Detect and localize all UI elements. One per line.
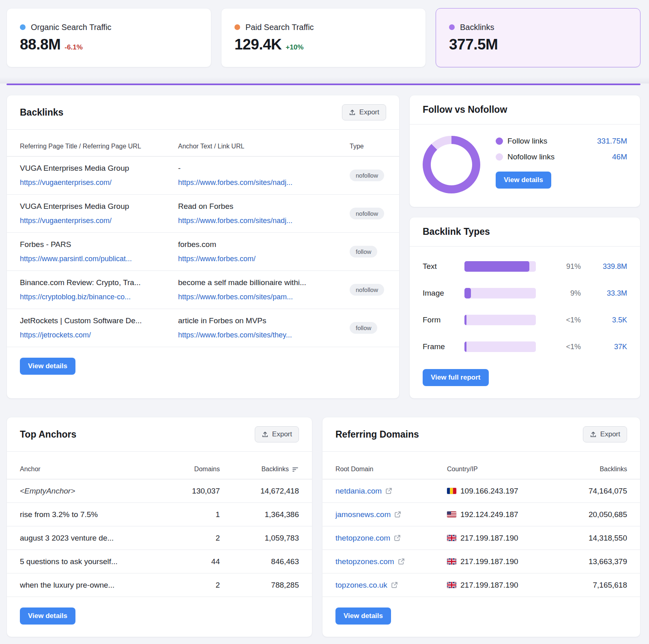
type-label: Text bbox=[423, 262, 464, 271]
top-anchors-export-button[interactable]: Export bbox=[255, 426, 299, 442]
type-value-link[interactable]: 3.5K bbox=[582, 316, 627, 324]
link-url-link[interactable]: https://www.forbes.com/sites/pam... bbox=[178, 293, 350, 301]
follow-vs-nofollow-card: Follow vs Nofollow Follow links 331.75M … bbox=[409, 95, 640, 207]
top-anchors-table-header: Anchor Domains Backlinks bbox=[7, 452, 312, 479]
ip-address: 217.199.187.190 bbox=[460, 557, 518, 566]
flag-gb-icon bbox=[447, 582, 456, 588]
root-domain-link[interactable]: topzones.co.uk bbox=[335, 581, 447, 590]
link-type-badge: nofollow bbox=[350, 208, 384, 219]
table-row: thetopzones.com 217.199.187.190 13,663,3… bbox=[322, 550, 640, 573]
link-url-link[interactable]: https://www.forbes.com/sites/nadj... bbox=[178, 217, 350, 225]
anchor-text: - bbox=[178, 164, 350, 173]
backlinks-count: 13,663,379 bbox=[561, 557, 627, 566]
referring-page-url-link[interactable]: https://cryptoblog.biz/binance-co... bbox=[20, 293, 178, 301]
link-type-badge: nofollow bbox=[350, 284, 384, 296]
type-percent: 91% bbox=[536, 262, 582, 271]
referring-page-url-link[interactable]: https://www.parsintl.com/publicat... bbox=[20, 255, 178, 263]
table-row: Forbes - PARShttps://www.parsintl.com/pu… bbox=[7, 233, 399, 271]
backlinks-count: 1,059,783 bbox=[220, 534, 299, 543]
backlink-type-row-image: Image 9% 33.3M bbox=[423, 280, 627, 307]
top-anchors-card: Top Anchors Export Anchor Domains Backli… bbox=[6, 417, 312, 637]
link-url-link[interactable]: https://www.forbes.com/sites/nadj... bbox=[178, 178, 350, 187]
link-url-link[interactable]: https://www.forbes.com/ bbox=[178, 255, 350, 263]
view-full-report-button[interactable]: View full report bbox=[423, 369, 489, 386]
anchor-value: august 3 2023 venture de... bbox=[20, 534, 151, 543]
type-value-link[interactable]: 33.3M bbox=[582, 289, 627, 298]
referring-domains-view-details-button[interactable]: View details bbox=[335, 608, 391, 625]
column-header: Backlinks bbox=[561, 466, 627, 473]
backlinks-table-header: Referring Page Title / Referring Page UR… bbox=[7, 130, 399, 157]
stat-card-paid-search-traffic[interactable]: Paid Search Traffic 129.4K +10% bbox=[221, 8, 426, 67]
backlinks-export-button[interactable]: Export bbox=[342, 104, 386, 120]
backlinks-count: 20,050,685 bbox=[561, 510, 627, 519]
backlinks-count: 788,285 bbox=[220, 581, 299, 590]
root-domain-link[interactable]: netdania.com bbox=[335, 487, 447, 496]
top-anchors-view-details-button[interactable]: View details bbox=[20, 608, 75, 625]
table-row: thetopzone.com 217.199.187.190 14,318,55… bbox=[322, 526, 640, 550]
domains-count: 2 bbox=[151, 581, 220, 590]
type-label: Frame bbox=[423, 342, 464, 351]
referring-page-title: JetRockets | Custom Software De... bbox=[20, 316, 178, 325]
backlinks-count: 14,672,418 bbox=[220, 487, 299, 496]
root-domain-link[interactable]: jamosnews.com bbox=[335, 510, 447, 519]
type-label: Form bbox=[423, 316, 464, 324]
referring-page-url-link[interactable]: https://jetrockets.com/ bbox=[20, 331, 178, 339]
legend-label: Nofollow links bbox=[507, 152, 554, 161]
section-divider bbox=[0, 67, 649, 85]
domains-count: 1 bbox=[151, 510, 220, 519]
flag-us-icon bbox=[447, 511, 456, 517]
ip-address: 192.124.249.187 bbox=[460, 510, 518, 519]
follow-card-title: Follow vs Nofollow bbox=[423, 104, 507, 115]
anchor-text: become a self made billionaire withi... bbox=[178, 278, 350, 287]
referring-page-url-link[interactable]: https://vugaenterprises.com/ bbox=[20, 217, 178, 225]
column-header: Root Domain bbox=[335, 466, 447, 473]
table-row: VUGA Enterprises Media Grouphttps://vuga… bbox=[7, 195, 399, 233]
domains-count: 44 bbox=[151, 557, 220, 566]
referring-page-title: Forbes - PARS bbox=[20, 240, 178, 249]
type-percent: <1% bbox=[536, 343, 582, 351]
link-type-badge: follow bbox=[350, 246, 377, 258]
anchor-value: rise from 3.2% to 7.5% bbox=[20, 510, 151, 519]
backlink-type-row-frame: Frame <1% 37K bbox=[423, 333, 627, 360]
column-header: Referring Page Title / Referring Page UR… bbox=[20, 143, 178, 150]
anchor-text: article in Forbes on MVPs bbox=[178, 316, 350, 325]
legend-label: Follow links bbox=[507, 137, 547, 146]
type-bar bbox=[464, 261, 536, 272]
type-value-link[interactable]: 37K bbox=[582, 343, 627, 351]
export-icon bbox=[349, 109, 356, 116]
top-anchors-title: Top Anchors bbox=[20, 429, 76, 440]
legend-item-nofollow: Nofollow links 46M bbox=[496, 152, 627, 161]
referring-domains-title: Referring Domains bbox=[335, 429, 419, 440]
backlinks-card-title: Backlinks bbox=[20, 107, 63, 118]
stat-value: 377.5M bbox=[449, 36, 498, 53]
anchor-text: Read on Forbes bbox=[178, 202, 350, 211]
table-row: when the luxury pre-owne... 2 788,285 bbox=[7, 573, 312, 597]
stat-card-organic-search-traffic[interactable]: Organic Search Traffic 88.8M -6.1% bbox=[6, 8, 211, 67]
follow-view-details-button[interactable]: View details bbox=[496, 172, 551, 189]
link-type-badge: nofollow bbox=[350, 170, 384, 181]
root-domain-link[interactable]: thetopzone.com bbox=[335, 534, 447, 543]
column-header: Domains bbox=[151, 466, 220, 473]
backlink-type-row-form: Form <1% 3.5K bbox=[423, 307, 627, 333]
backlinks-count: 14,318,550 bbox=[561, 534, 627, 543]
stat-card-backlinks[interactable]: Backlinks 377.5M bbox=[436, 8, 640, 67]
paid-traffic-dot-icon bbox=[234, 24, 240, 30]
link-url-link[interactable]: https://www.forbes.com/sites/they... bbox=[178, 331, 350, 339]
backlinks-sort-header[interactable]: Backlinks bbox=[220, 466, 299, 473]
follow-links-value[interactable]: 331.75M bbox=[597, 137, 627, 146]
referring-domains-export-button[interactable]: Export bbox=[583, 426, 627, 442]
type-value-link[interactable]: 339.8M bbox=[582, 262, 627, 271]
type-label: Image bbox=[423, 289, 464, 298]
anchor-value: 5 questions to ask yourself... bbox=[20, 557, 151, 566]
backlinks-card: Backlinks Export Referring Page Title / … bbox=[6, 95, 400, 399]
backlinks-view-details-button[interactable]: View details bbox=[20, 358, 75, 375]
column-header: Type bbox=[350, 143, 399, 150]
stat-value: 129.4K bbox=[234, 36, 282, 53]
backlink-types-card: Backlink Types Text 91% 339.8M Image 9% … bbox=[409, 217, 640, 399]
backlink-type-row-text: Text 91% 339.8M bbox=[423, 253, 627, 280]
referring-page-url-link[interactable]: https://vugaenterprises.com/ bbox=[20, 178, 178, 187]
nofollow-links-value[interactable]: 46M bbox=[612, 152, 627, 161]
referring-domains-table-header: Root Domain Country/IP Backlinks bbox=[322, 452, 640, 479]
root-domain-link[interactable]: thetopzones.com bbox=[335, 557, 447, 566]
type-bar bbox=[464, 341, 536, 352]
